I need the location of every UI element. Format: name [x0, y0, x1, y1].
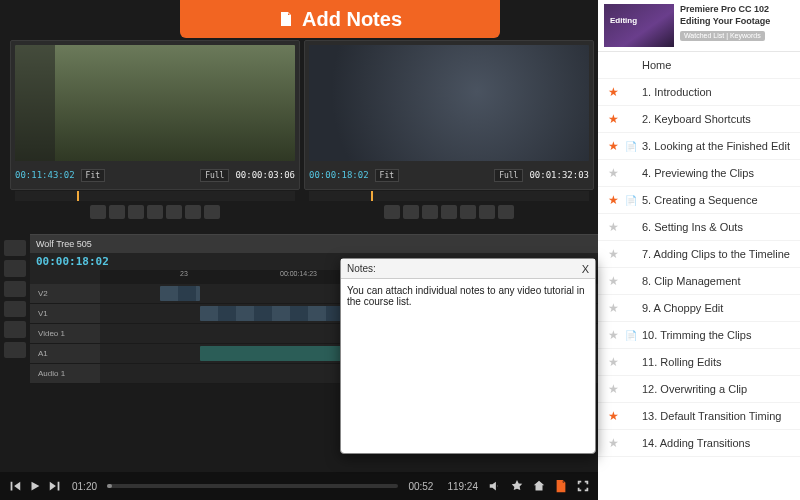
lesson-item[interactable]: ★📄6. Setting Ins & Outs: [598, 214, 800, 241]
lesson-label: 2. Keyboard Shortcuts: [642, 113, 790, 125]
course-thumb: [604, 4, 674, 47]
lesson-item[interactable]: ★📄13. Default Transition Timing: [598, 403, 800, 430]
lesson-item[interactable]: ★📄11. Rolling Edits: [598, 349, 800, 376]
lesson-list: ★📄Home★📄1. Introduction★📄2. Keyboard Sho…: [598, 52, 800, 500]
lesson-item[interactable]: ★📄14. Adding Transitions: [598, 430, 800, 457]
lesson-item[interactable]: ★📄8. Clip Management: [598, 268, 800, 295]
lesson-label: Home: [642, 59, 790, 71]
program-monitor[interactable]: 00:00:18:02 Fit Full 00:01:32:03: [304, 40, 594, 190]
prev-button[interactable]: [8, 479, 22, 493]
scrubber[interactable]: [107, 484, 398, 488]
star-icon[interactable]: ★: [608, 301, 618, 315]
star-icon[interactable]: ★: [608, 193, 618, 207]
course-title: Editing Your Footage: [680, 16, 794, 26]
lesson-label: 14. Adding Transitions: [642, 437, 790, 449]
play-button[interactable]: [28, 479, 42, 493]
lesson-item[interactable]: ★📄Home: [598, 52, 800, 79]
volume-icon[interactable]: [488, 479, 502, 493]
lesson-item[interactable]: ★📄1. Introduction: [598, 79, 800, 106]
lesson-item[interactable]: ★📄9. A Choppy Edit: [598, 295, 800, 322]
player-area: Add Notes 00:11:43:02 Fit Full 00:00:03:…: [0, 0, 598, 500]
sequence-tab[interactable]: Wolf Tree 505: [36, 239, 92, 249]
track-v2[interactable]: V2: [30, 284, 100, 303]
course-card[interactable]: Premiere Pro CC 102 Editing Your Footage…: [598, 0, 800, 52]
star-icon[interactable]: ★: [608, 112, 618, 126]
source-fit: Fit: [81, 169, 105, 182]
track-v1[interactable]: V1: [30, 304, 100, 323]
program-tc-out: 00:01:32:03: [529, 170, 589, 180]
lesson-item[interactable]: ★📄10. Trimming the Clips: [598, 322, 800, 349]
lesson-item[interactable]: ★📄7. Adding Clips to the Timeline: [598, 241, 800, 268]
star-icon[interactable]: [510, 479, 524, 493]
star-icon[interactable]: ★: [608, 85, 618, 99]
home-icon[interactable]: [532, 479, 546, 493]
lesson-label: 11. Rolling Edits: [642, 356, 790, 368]
lesson-sidebar: Premiere Pro CC 102 Editing Your Footage…: [598, 0, 800, 500]
star-icon[interactable]: ★: [608, 247, 618, 261]
track-video1[interactable]: Video 1: [30, 324, 100, 343]
source-tc-out: 00:00:03:06: [235, 170, 295, 180]
lesson-label: 3. Looking at the Finished Edit: [642, 140, 790, 152]
notes-close-button[interactable]: X: [582, 263, 589, 275]
tool-palette[interactable]: [0, 234, 30, 364]
notes-icon[interactable]: [554, 479, 568, 493]
star-icon[interactable]: ★: [608, 274, 618, 288]
has-note-icon: 📄: [625, 141, 635, 152]
lesson-item[interactable]: ★📄5. Creating a Sequence: [598, 187, 800, 214]
notes-body[interactable]: You can attach individual notes to any v…: [341, 279, 595, 453]
notes-popover: Notes: X You can attach individual notes…: [340, 258, 596, 454]
source-quality: Full: [200, 169, 229, 182]
lesson-label: 6. Setting Ins & Outs: [642, 221, 790, 233]
lesson-item[interactable]: ★📄4. Previewing the Clips: [598, 160, 800, 187]
star-icon[interactable]: ★: [608, 355, 618, 369]
notes-title: Notes:: [347, 263, 376, 274]
banner-label: Add Notes: [302, 8, 402, 31]
fullscreen-icon[interactable]: [576, 479, 590, 493]
has-note-icon: 📄: [625, 195, 635, 206]
star-icon[interactable]: ★: [608, 409, 618, 423]
track-a1[interactable]: A1: [30, 344, 100, 363]
lesson-item[interactable]: ★📄12. Overwriting a Clip: [598, 376, 800, 403]
duration-mid: 00:52: [408, 481, 433, 492]
lesson-label: 5. Creating a Sequence: [642, 194, 790, 206]
lesson-label: 8. Clip Management: [642, 275, 790, 287]
source-monitor[interactable]: 00:11:43:02 Fit Full 00:00:03:06: [10, 40, 300, 190]
star-icon[interactable]: ★: [608, 382, 618, 396]
duration-total: 119:24: [447, 481, 478, 492]
lesson-item[interactable]: ★📄3. Looking at the Finished Edit: [598, 133, 800, 160]
add-notes-banner: Add Notes: [180, 0, 500, 38]
lesson-label: 1. Introduction: [642, 86, 790, 98]
star-icon[interactable]: ★: [608, 328, 618, 342]
next-button[interactable]: [48, 479, 62, 493]
star-icon[interactable]: ★: [608, 436, 618, 450]
source-tc-in: 00:11:43:02: [15, 170, 75, 180]
has-note-icon: 📄: [625, 330, 635, 341]
current-time: 01:20: [72, 481, 97, 492]
track-audio1[interactable]: Audio 1: [30, 364, 100, 383]
video-frame: 00:11:43:02 Fit Full 00:00:03:06 00:00:1…: [0, 0, 598, 472]
lesson-item[interactable]: ★📄2. Keyboard Shortcuts: [598, 106, 800, 133]
star-icon[interactable]: ★: [608, 220, 618, 234]
lesson-label: 12. Overwriting a Clip: [642, 383, 790, 395]
lesson-label: 7. Adding Clips to the Timeline: [642, 248, 790, 260]
lesson-label: 9. A Choppy Edit: [642, 302, 790, 314]
note-icon: [278, 11, 294, 27]
star-icon[interactable]: ★: [608, 139, 618, 153]
program-tc-in: 00:00:18:02: [309, 170, 369, 180]
program-fit: Fit: [375, 169, 399, 182]
star-icon[interactable]: ★: [608, 58, 618, 72]
program-quality: Full: [494, 169, 523, 182]
player-controls: 01:20 00:52 119:24: [0, 472, 598, 500]
course-code: Premiere Pro CC 102: [680, 4, 794, 14]
lesson-label: 10. Trimming the Clips: [642, 329, 790, 341]
course-tag: Watched List | Keywords: [680, 31, 765, 41]
star-icon[interactable]: ★: [608, 166, 618, 180]
lesson-label: 4. Previewing the Clips: [642, 167, 790, 179]
lesson-label: 13. Default Transition Timing: [642, 410, 790, 422]
